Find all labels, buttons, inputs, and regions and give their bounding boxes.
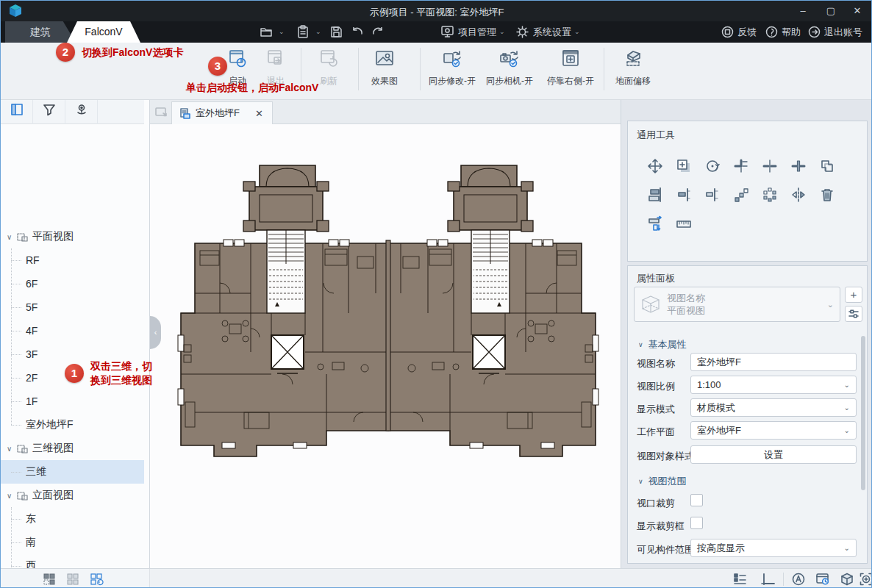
dock-right-button[interactable]: 停靠右侧-开 [542,48,599,87]
mirror-tool-icon[interactable] [787,184,810,206]
panel-view-button[interactable] [1,100,33,124]
shaded-view-icon[interactable] [840,573,854,586]
project-manage-chevron-icon[interactable]: ⌄ [499,21,505,43]
sync-edit-button[interactable]: 同步修改-开 [427,48,477,87]
chevron-down-icon[interactable]: ∨ [7,233,14,241]
split-tool-icon[interactable] [787,155,810,177]
select-group-icon[interactable] [42,573,56,586]
tree-item-1f[interactable]: 1F [1,390,144,413]
paste-chevron-icon[interactable]: ⌄ [315,21,321,43]
paste-icon[interactable] [296,25,310,39]
tree-item-plan-views[interactable]: ∨ 平面视图 [1,225,144,248]
close-button[interactable]: ✕ [845,1,870,21]
maximize-button[interactable]: ▢ [818,1,843,21]
annotation-visibility-icon[interactable] [792,573,805,586]
align-right-tool-icon[interactable] [701,184,723,206]
copy-tool-icon[interactable] [673,155,695,177]
tab-falconv[interactable]: FalconV [67,21,140,43]
display-mode-select[interactable]: 材质模式⌄ [690,398,857,417]
feedback-icon[interactable] [721,26,734,38]
zoom-fit-icon[interactable] [860,573,872,586]
move-tool-icon[interactable] [644,155,666,177]
save-icon[interactable] [330,26,343,38]
undo-icon[interactable] [351,27,364,37]
drawing-canvas[interactable] [150,124,621,568]
property-filter-button[interactable] [845,306,862,322]
stretch-tool-icon[interactable] [644,212,666,234]
chevron-down-icon: ⌄ [844,420,850,441]
properties-scrollbar[interactable] [861,336,865,490]
tab-building[interactable]: 建筑 [5,21,76,43]
type-selector[interactable]: 视图名称 平面视图 ⌄ [634,287,840,322]
tree-item-5f[interactable]: 5F [1,295,144,319]
render-button[interactable]: 效果图 [364,48,405,87]
pick-similar-tool-icon[interactable] [816,155,838,177]
chevron-down-icon[interactable]: ∨ [7,445,14,453]
sync-camera-button[interactable]: 同步相机-开 [483,48,536,87]
viewport-crop-checkbox[interactable] [690,494,703,506]
reset-group-icon[interactable] [89,573,104,586]
detail-level-icon[interactable] [733,573,748,585]
section-basic-properties[interactable]: ∨ 基本属性 [638,338,687,351]
delete-tool-icon[interactable] [816,184,838,206]
project-manage-icon[interactable] [440,25,454,39]
float-view-icon[interactable] [154,107,168,118]
help-icon[interactable] [765,26,778,38]
section-view-range[interactable]: ∨ 视图范围 [638,475,687,488]
help-label[interactable]: 帮助 [782,21,801,43]
system-settings-chevron-icon[interactable]: ⌄ [574,21,580,43]
redo-icon[interactable] [371,27,385,37]
tree-item-east[interactable]: 东 [1,507,144,531]
document-tab-active[interactable]: 室外地坪F ✕ [171,101,273,124]
tree-item-outdoor-ground[interactable]: 室外地坪F [1,413,144,437]
tree-item-6f[interactable]: 6F [1,272,144,295]
tree-item-3d[interactable]: 三维 [1,460,144,484]
annotation-step2-badge: 2 [56,43,75,62]
trim-tool-icon[interactable] [759,155,781,177]
logout-icon[interactable] [808,26,821,38]
tree-item-3d-views[interactable]: ∨ 三维视图 [1,437,144,460]
filter-group-icon[interactable] [65,573,79,586]
open-folder-chevron-icon[interactable]: ⌄ [279,21,285,43]
view-scale-select[interactable]: 1:100⌄ [690,376,857,394]
add-property-button[interactable]: + [845,287,862,303]
sidebar-toolbar [1,100,144,124]
open-folder-icon[interactable] [260,26,273,38]
project-manage-menu[interactable]: 项目管理 [458,21,496,43]
radial-array-tool-icon[interactable] [759,184,781,206]
work-plane-select[interactable]: 室外地坪F⌄ [690,421,857,440]
logout-label[interactable]: 退出账号 [824,21,862,43]
minimize-button[interactable]: – [790,1,815,21]
filter-button[interactable] [33,100,65,124]
tree-item-rf[interactable]: RF [1,248,144,272]
visible-range-select[interactable]: 按高度显示⌄ [690,539,857,557]
rotate-tool-icon[interactable] [701,155,723,177]
system-settings-icon[interactable] [515,25,529,39]
chevron-down-icon[interactable]: ∨ [7,492,14,500]
feedback-label[interactable]: 反馈 [737,21,757,43]
tree-item-4f[interactable]: 4F [1,319,144,343]
ground-offset-button[interactable]: 地面偏移 [611,48,655,87]
view-name-input[interactable] [690,353,857,371]
align-left-tool-icon[interactable] [673,184,695,206]
measure-tool-icon[interactable] [673,212,695,234]
crop-corner-icon[interactable] [761,573,776,585]
system-settings-menu[interactable]: 系统设置 [533,21,571,43]
type-selector-line1: 视图名称 [667,292,705,304]
tree-item-south[interactable]: 南 [1,531,144,554]
project-browser-sidebar: ∨ 平面视图 RF 6F 5F 4F 3F 2F 1F 室外地坪F ∨ 三维视图… [1,100,150,568]
object-style-settings-button[interactable]: 设置 [690,445,857,464]
type-selector-chevron-icon[interactable]: ⌄ [827,294,834,315]
section-chevron-icon: ∨ [638,478,643,485]
ribbon-tab-row: 建筑 FalconV ⌄ ⌄ 项目管理 ⌄ 系统设置 ⌄ 反馈 帮助 退出账号 [1,21,872,43]
document-tab-close-icon[interactable]: ✕ [255,108,263,119]
extend-tool-icon[interactable] [730,155,752,177]
application-window: 示例项目 - 平面视图: 室外地坪F – ▢ ✕ 建筑 FalconV ⌄ ⌄ … [0,0,872,588]
locate-button[interactable] [65,100,98,124]
chevron-down-icon: ⌄ [844,537,850,559]
view-history-icon[interactable] [815,573,830,586]
tree-item-elevation-views[interactable]: ∨ 立面视图 [1,484,144,507]
align-tool-icon[interactable] [644,184,666,206]
array-tool-icon[interactable] [730,184,752,206]
show-cropbox-checkbox[interactable] [690,517,703,529]
